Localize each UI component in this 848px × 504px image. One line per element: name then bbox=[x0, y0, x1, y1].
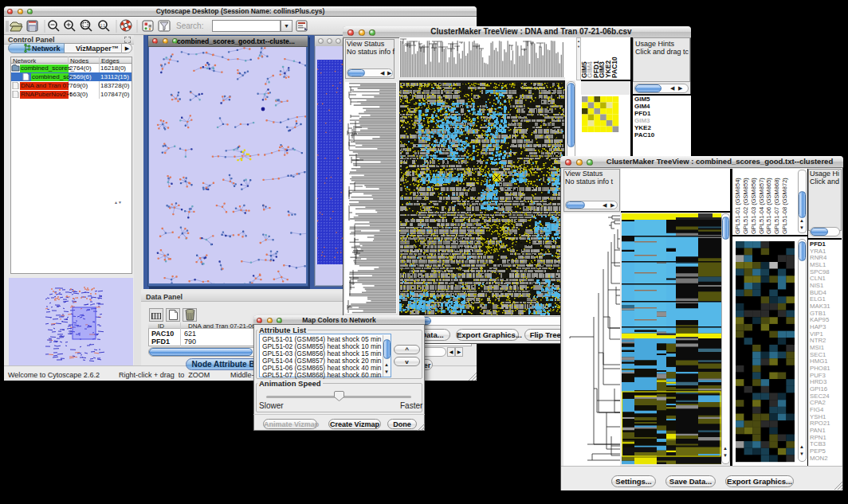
svg-text:GPL51-07 (GSM868): GPL51-07 (GSM868) bbox=[773, 178, 780, 234]
svg-text:SPC98: SPC98 bbox=[810, 268, 830, 275]
svg-text:GPL51-04 (GSM857): GPL51-04 (GSM857) bbox=[758, 178, 765, 234]
svg-text:TCB3: TCB3 bbox=[810, 440, 826, 447]
svg-text:CLN1: CLN1 bbox=[810, 275, 826, 282]
svg-text:GPL51-03 (GSM856): GPL51-03 (GSM856) bbox=[750, 178, 757, 234]
svg-text:MSI1: MSI1 bbox=[810, 344, 824, 351]
svg-text:FIG4: FIG4 bbox=[810, 406, 824, 413]
svg-text:PEP5: PEP5 bbox=[810, 447, 826, 455]
svg-text:BUD4: BUD4 bbox=[810, 289, 826, 296]
svg-text:PUF3: PUF3 bbox=[810, 372, 826, 379]
svg-text:NTR2: NTR2 bbox=[810, 337, 826, 344]
svg-text:GPL51-02 (GSM855): GPL51-02 (GSM855) bbox=[742, 178, 749, 234]
svg-text:RNR4: RNR4 bbox=[810, 254, 827, 261]
svg-text:HRD3: HRD3 bbox=[810, 378, 826, 385]
svg-text:PAC10: PAC10 bbox=[610, 57, 618, 78]
svg-text:GPL51-06 (GSM865): GPL51-06 (GSM865) bbox=[765, 178, 772, 234]
svg-text:PFD1: PFD1 bbox=[810, 240, 826, 248]
svg-text:1:1: 1:1 bbox=[100, 24, 106, 28]
svg-text:MAK31: MAK31 bbox=[810, 303, 830, 310]
svg-text:PAN1: PAN1 bbox=[810, 427, 826, 434]
svg-text:GPL51-08 (GSM872): GPL51-08 (GSM872) bbox=[781, 178, 788, 234]
svg-text:Search:: Search: bbox=[176, 21, 203, 30]
svg-text:GPL51-01 (GSM854): GPL51-01 (GSM854) bbox=[734, 178, 741, 234]
svg-text:HMG1: HMG1 bbox=[810, 357, 828, 365]
svg-text:YSH1: YSH1 bbox=[810, 413, 826, 420]
svg-text:HAP3: HAP3 bbox=[810, 323, 826, 330]
svg-text:SEC24: SEC24 bbox=[810, 393, 830, 400]
svg-text:GTB1: GTB1 bbox=[810, 310, 826, 317]
svg-text:MON2: MON2 bbox=[810, 455, 828, 462]
